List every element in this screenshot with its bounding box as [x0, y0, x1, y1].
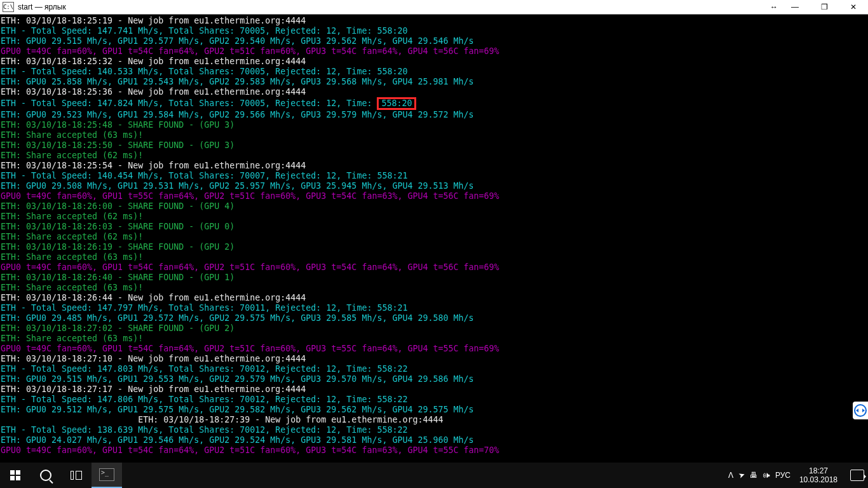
terminal-line: ETH: 03/10/18-18:27:02 - SHARE FOUND - (…	[0, 323, 868, 334]
task-view-icon	[71, 471, 82, 480]
terminal-line: ETH: 03/10/18-18:25:32 - New job from eu…	[0, 57, 868, 67]
terminal-line: ETH: Share accepted (62 ms)!	[0, 151, 868, 161]
window-titlebar: C:\ start — ярлык ↔ — ❐ ✕	[0, 0, 868, 15]
search-button[interactable]	[31, 463, 61, 488]
terminal-line: ETH: 03/10/18-18:27:17 - New job from eu…	[0, 384, 868, 395]
terminal-line: ETH: 03/10/18-18:25:36 - New job from eu…	[0, 87, 868, 97]
terminal-line: ETH: 03/10/18-18:26:44 - New job from eu…	[0, 293, 868, 303]
taskbar-app-cmd[interactable]	[92, 463, 122, 488]
minimize-button[interactable]: —	[780, 0, 810, 14]
teamviewer-icon	[854, 404, 867, 417]
terminal-line: GPU0 t=49C fan=60%, GPU1 t=54C fan=64%, …	[0, 445, 868, 456]
tray-clock[interactable]: 18:27 10.03.2018	[796, 466, 841, 484]
action-center-icon[interactable]	[850, 470, 864, 481]
terminal-line: ETH - Total Speed: 147.797 Mh/s, Total S…	[0, 303, 868, 313]
terminal-line: GPU0 t=49C fan=60%, GPU1 t=54C fan=64%, …	[0, 262, 868, 273]
terminal-line: ETH: Share accepted (62 ms)!	[0, 232, 868, 242]
terminal-line: ETH: Share accepted (63 ms)!	[0, 283, 868, 293]
terminal-line: ETH: GPU0 29.485 Mh/s, GPU1 29.572 Mh/s,…	[0, 313, 868, 323]
terminal-line: ETH: Share accepted (63 ms)!	[0, 334, 868, 344]
system-tray: ᐱ ➤ 🖶 🕪 РУС 18:27 10.03.2018	[728, 466, 868, 484]
terminal-line: ETH: GPU0 29.515 Mh/s, GPU1 29.577 Mh/s,…	[0, 36, 868, 46]
terminal-line: ETH: GPU0 29.508 Mh/s, GPU1 29.531 Mh/s,…	[0, 181, 868, 191]
terminal-line: ETH - Total Speed: 147.803 Mh/s, Total S…	[0, 364, 868, 374]
terminal-line: GPU0 t=49C fan=60%, GPU1 t=54C fan=64%, …	[0, 46, 868, 57]
terminal-line: ETH: 03/10/18-18:25:54 - New job from eu…	[0, 161, 868, 171]
terminal-line: ETH: 03/10/18-18:26:00 - SHARE FOUND - (…	[0, 201, 868, 212]
terminal-line: ETH: 03/10/18-18:26:03 - SHARE FOUND - (…	[0, 222, 868, 232]
tray-time: 18:27	[799, 466, 837, 475]
terminal-line: ETH: 03/10/18-18:27:39 - New job from eu…	[0, 415, 868, 425]
terminal-line: ETH: 03/10/18-18:25:48 - SHARE FOUND - (…	[0, 120, 868, 130]
maximize-button[interactable]: ❐	[810, 0, 839, 14]
close-button[interactable]: ✕	[839, 0, 868, 14]
window-title: start — ярлык	[18, 3, 66, 11]
terminal-line: GPU0 t=49C fan=60%, GPU1 t=54C fan=64%, …	[0, 344, 868, 354]
start-button[interactable]	[0, 463, 31, 488]
search-icon	[40, 470, 51, 481]
tray-speaker-icon[interactable]: 🕪	[763, 471, 770, 480]
terminal-line: ETH: 03/10/18-18:26:40 - SHARE FOUND - (…	[0, 273, 868, 283]
terminal-line: GPU0 t=49C fan=60%, GPU1 t=55C fan=64%, …	[0, 191, 868, 201]
tray-language[interactable]: РУС	[775, 471, 790, 480]
tray-date: 10.03.2018	[799, 475, 837, 484]
terminal-line: ETH - Total Speed: 138.639 Mh/s, Total S…	[0, 425, 868, 435]
terminal-line: ETH: 03/10/18-18:27:10 - New job from eu…	[0, 354, 868, 364]
teamviewer-badge[interactable]	[853, 402, 868, 419]
terminal-line: ETH - Total Speed: 147.806 Mh/s, Total S…	[0, 395, 868, 405]
cmd-icon	[99, 468, 114, 481]
terminal-line: ETH: 03/10/18-18:26:19 - SHARE FOUND - (…	[0, 242, 868, 252]
terminal-line: ETH - Total Speed: 147.741 Mh/s, Total S…	[0, 26, 868, 36]
terminal-line: ETH: GPU0 24.027 Mh/s, GPU1 29.546 Mh/s,…	[0, 435, 868, 445]
tray-send-icon[interactable]: ➤	[737, 470, 746, 481]
highlighted-uptime: 558:20	[377, 97, 416, 110]
terminal-line: ETH: GPU0 25.858 Mh/s, GPU1 29.543 Mh/s,…	[0, 77, 868, 87]
resize-handle-icon[interactable]: ↔	[768, 3, 780, 11]
terminal-output[interactable]: ETH: 03/10/18-18:25:19 - New job from eu…	[0, 15, 868, 464]
tray-printer-icon[interactable]: 🖶	[750, 471, 757, 480]
terminal-line: ETH - Total Speed: 140.454 Mh/s, Total S…	[0, 171, 868, 181]
tray-chevron-up-icon[interactable]: ᐱ	[728, 471, 733, 480]
task-view-button[interactable]	[61, 463, 92, 488]
app-icon: C:\	[3, 2, 14, 12]
taskbar: ᐱ ➤ 🖶 🕪 РУС 18:27 10.03.2018	[0, 463, 868, 488]
terminal-line: ETH: GPU0 29.512 Mh/s, GPU1 29.575 Mh/s,…	[0, 405, 868, 415]
terminal-line: ETH: GPU0 29.515 Mh/s, GPU1 29.553 Mh/s,…	[0, 374, 868, 384]
terminal-line: ETH: Share accepted (63 ms)!	[0, 130, 868, 140]
terminal-line: ETH - Total Speed: 147.824 Mh/s, Total S…	[0, 97, 868, 110]
windows-logo-icon	[10, 470, 20, 480]
terminal-line: ETH: 03/10/18-18:25:50 - SHARE FOUND - (…	[0, 140, 868, 151]
terminal-line: ETH: GPU0 29.523 Mh/s, GPU1 29.584 Mh/s,…	[0, 110, 868, 120]
terminal-line: ETH - Total Speed: 140.533 Mh/s, Total S…	[0, 67, 868, 77]
terminal-line: ETH: 03/10/18-18:25:19 - New job from eu…	[0, 16, 868, 26]
terminal-line: ETH: Share accepted (62 ms)!	[0, 212, 868, 222]
terminal-line: ETH: Share accepted (63 ms)!	[0, 252, 868, 262]
